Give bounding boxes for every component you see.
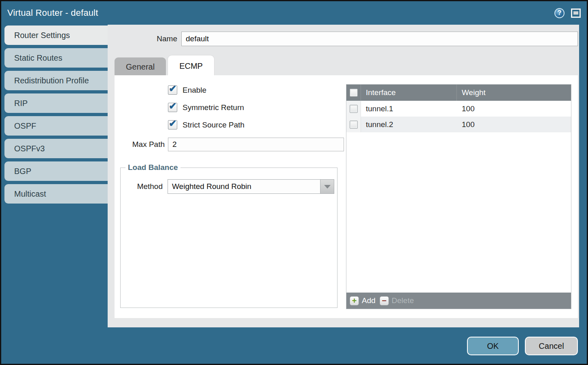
add-label: Add [362,296,376,305]
select-all-checkbox[interactable] [350,89,358,97]
max-path-label: Max Path [115,140,165,149]
enable-label: Enable [183,86,206,95]
tab-ecmp[interactable]: ECMP [168,55,214,76]
tab-general[interactable]: General [115,57,166,76]
symmetric-return-row: Symmetric Return [168,103,346,112]
strict-source-path-checkbox[interactable] [168,120,177,129]
name-input[interactable] [181,32,578,46]
row-checkbox-cell [346,101,361,117]
table-empty-area [346,132,571,293]
title-bar: Virtual Router - default ? [1,1,587,25]
restore-window-icon-inner [573,11,578,15]
interface-table: Interface Weight tunnel.1 100 tunnel.2 1… [346,84,571,309]
dropdown-button[interactable] [320,180,334,193]
max-path-row: Max Path [115,138,346,151]
name-label: Name [157,34,177,43]
sidebar-item-ospf[interactable]: OSPF [4,116,108,136]
sidebar: Router Settings Static Routes Redistribu… [1,25,108,207]
table-row[interactable]: tunnel.1 100 [346,101,571,117]
max-path-input[interactable] [168,138,344,151]
row-checkbox[interactable] [350,105,358,113]
table-footer: + Add − Delete [346,293,571,309]
sidebar-item-multicast[interactable]: Multicast [4,184,108,204]
ecmp-tab-panel: Enable Symmetric Return Strict Source Pa… [115,75,578,318]
virtual-router-dialog: Virtual Router - default ? Router Settin… [0,0,588,365]
strict-source-path-label: Strict Source Path [183,121,244,129]
tab-strip: General ECMP [115,55,214,76]
table-header: Interface Weight [346,85,571,101]
interface-cell: tunnel.1 [361,101,457,117]
table-row[interactable]: tunnel.2 100 [346,117,571,132]
help-icon[interactable]: ? [554,8,565,18]
weight-cell: 100 [457,117,571,132]
sidebar-item-ospfv3[interactable]: OSPFv3 [4,139,108,158]
sidebar-item-bgp[interactable]: BGP [4,161,108,181]
enable-checkbox[interactable] [168,85,177,95]
method-label: Method [121,182,163,191]
delete-label: Delete [392,296,414,305]
interface-column-header[interactable]: Interface [361,85,457,101]
name-row: Name [108,32,578,46]
method-row: Method Weighted Round Robin [121,179,337,194]
restore-window-icon[interactable] [571,8,581,18]
header-checkbox-cell [346,85,361,101]
sidebar-item-rip[interactable]: RIP [4,93,108,113]
load-balance-group: Load Balance Method Weighted Round Robin [120,163,338,308]
minus-icon: − [380,296,389,306]
load-balance-legend: Load Balance [125,163,180,172]
main-panel: Name General ECMP Enable Symmetric Retur… [108,25,579,327]
dialog-title: Virtual Router - default [7,8,98,18]
row-checkbox-cell [346,117,361,132]
plus-icon: + [350,296,359,306]
weight-column-header[interactable]: Weight [457,85,571,101]
ok-button[interactable]: OK [467,337,519,355]
add-button[interactable]: + Add [350,296,376,306]
strict-source-path-row: Strict Source Path [168,120,346,129]
dialog-actions: OK Cancel [467,337,578,355]
method-value: Weighted Round Robin [168,182,320,191]
sidebar-item-router-settings[interactable]: Router Settings [4,25,108,45]
symmetric-return-label: Symmetric Return [183,103,244,112]
cancel-button[interactable]: Cancel [525,337,578,355]
sidebar-item-redistribution-profile[interactable]: Redistribution Profile [4,71,108,90]
weight-cell: 100 [457,101,571,117]
row-checkbox[interactable] [350,121,358,129]
chevron-down-icon [324,185,331,189]
method-select[interactable]: Weighted Round Robin [168,179,334,194]
sidebar-item-static-routes[interactable]: Static Routes [4,48,108,68]
interface-cell: tunnel.2 [361,117,457,132]
enable-row: Enable [168,85,346,95]
symmetric-return-checkbox[interactable] [168,103,177,112]
ecmp-form: Enable Symmetric Return Strict Source Pa… [115,75,346,151]
delete-button[interactable]: − Delete [380,296,414,306]
